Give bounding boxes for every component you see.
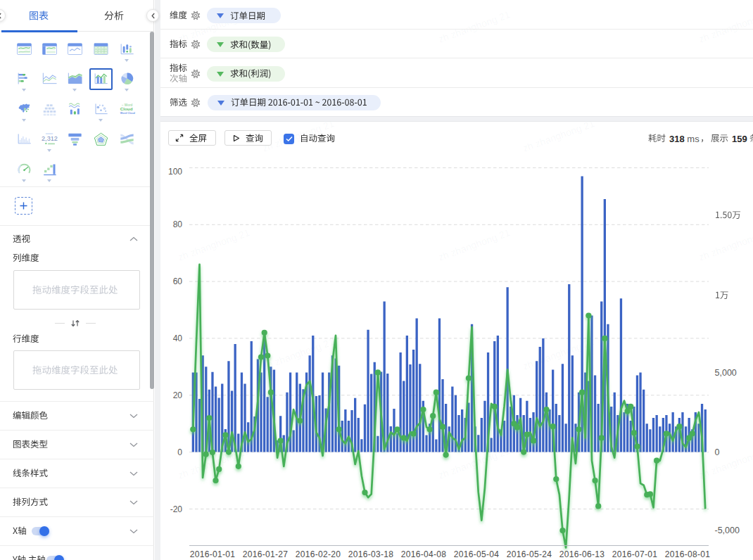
svg-text:Cloud: Cloud	[120, 106, 132, 111]
svg-text:Word Cloud: Word Cloud	[120, 112, 135, 115]
svg-text:2,312: 2,312	[42, 135, 58, 142]
